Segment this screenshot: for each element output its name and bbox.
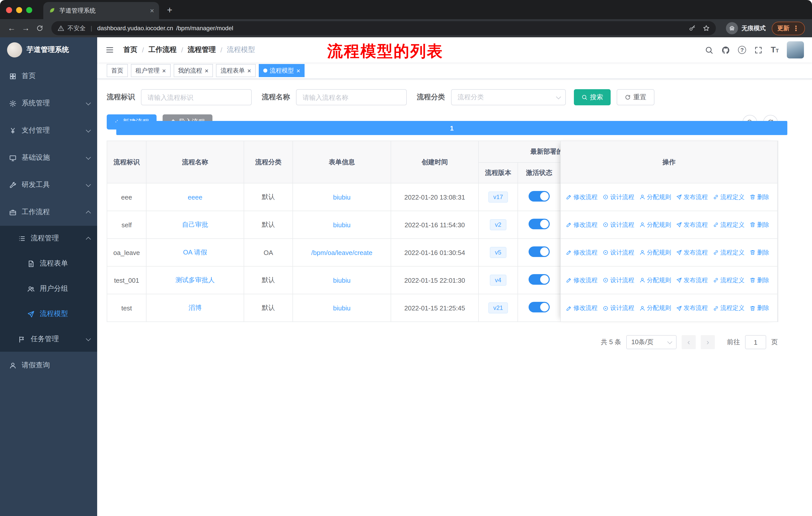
prev-page-button[interactable]: ‹ xyxy=(682,335,696,349)
zoom-window-button[interactable] xyxy=(26,7,32,13)
tag-my-process[interactable]: 我的流程× xyxy=(173,64,213,77)
assign-rule-action[interactable]: 分配规则 xyxy=(639,193,671,201)
browser-tab[interactable]: 芋道管理系统 × xyxy=(43,2,159,19)
form-link[interactable]: biubiu xyxy=(333,304,350,312)
form-link[interactable]: /bpm/oa/leave/create xyxy=(311,249,373,256)
bookmark-button[interactable] xyxy=(703,25,710,32)
page-number-button[interactable]: 1 xyxy=(116,121,787,135)
close-icon[interactable]: × xyxy=(296,67,300,74)
sidebar-item-leave-query[interactable]: 请假查询 xyxy=(0,352,97,379)
filter-category-select[interactable]: 流程分类 xyxy=(451,89,566,105)
goto-page-input[interactable] xyxy=(745,335,766,349)
close-icon[interactable]: × xyxy=(162,67,166,74)
version-tag[interactable]: v2 xyxy=(490,219,506,230)
model-name-link[interactable]: 测试多审批人 xyxy=(175,276,215,284)
sidebar-item-task-management[interactable]: 任务管理 xyxy=(0,327,97,352)
sidebar-item-workflow[interactable]: 工作流程 xyxy=(0,198,97,226)
sidebar-toggle-button[interactable] xyxy=(105,45,114,54)
filter-key-input[interactable] xyxy=(141,89,252,105)
update-button[interactable]: 更新 ⋮ xyxy=(772,21,805,35)
active-toggle[interactable] xyxy=(529,219,550,229)
sidebar-item-process-management[interactable]: 流程管理 xyxy=(0,226,97,251)
help-button[interactable]: ? xyxy=(738,46,746,54)
modify-action[interactable]: 修改流程 xyxy=(566,304,598,313)
breadcrumb-item[interactable]: 流程管理 xyxy=(188,45,216,54)
reset-button[interactable]: 重置 xyxy=(617,89,655,105)
next-page-button[interactable]: › xyxy=(701,335,715,349)
search-button[interactable]: 搜索 xyxy=(574,89,611,105)
back-button[interactable]: ← xyxy=(5,22,18,35)
design-action[interactable]: 设计流程 xyxy=(603,304,634,313)
active-toggle[interactable] xyxy=(529,302,550,313)
browser-menu-icon[interactable]: ⋮ xyxy=(792,24,800,32)
tag-process-form[interactable]: 流程表单× xyxy=(216,64,256,77)
tag-process-model[interactable]: 流程模型× xyxy=(259,64,305,77)
publish-action[interactable]: 发布流程 xyxy=(676,248,708,257)
model-name-link[interactable]: 滔博 xyxy=(188,304,202,311)
modify-action[interactable]: 修改流程 xyxy=(566,248,598,257)
publish-action[interactable]: 发布流程 xyxy=(676,304,708,313)
user-avatar[interactable] xyxy=(787,41,804,58)
breadcrumb-item[interactable]: 首页 xyxy=(123,45,138,54)
assign-rule-action[interactable]: 分配规则 xyxy=(639,304,671,313)
close-window-button[interactable] xyxy=(6,7,12,13)
sidebar-item-system[interactable]: 系统管理 xyxy=(0,90,97,117)
new-tab-button[interactable]: + xyxy=(163,3,176,17)
sidebar-item-payment[interactable]: 支付管理 xyxy=(0,117,97,144)
modify-action[interactable]: 修改流程 xyxy=(566,193,598,201)
design-action[interactable]: 设计流程 xyxy=(603,220,634,229)
forward-button[interactable]: → xyxy=(19,22,32,35)
active-toggle[interactable] xyxy=(529,274,550,285)
delete-action[interactable]: 删除 xyxy=(750,193,769,201)
header-search-button[interactable] xyxy=(705,46,713,54)
definition-action[interactable]: 流程定义 xyxy=(713,193,745,201)
form-link[interactable]: biubiu xyxy=(333,193,350,201)
page-size-select[interactable]: 10条/页 xyxy=(626,335,676,349)
sidebar-item-dev-tools[interactable]: 研发工具 xyxy=(0,171,97,198)
version-tag[interactable]: v4 xyxy=(490,274,506,286)
model-name-link[interactable]: 自己审批 xyxy=(182,221,208,228)
design-action[interactable]: 设计流程 xyxy=(603,276,634,284)
version-tag[interactable]: v21 xyxy=(488,302,508,314)
sidebar-item-infrastructure[interactable]: 基础设施 xyxy=(0,144,97,171)
breadcrumb-item[interactable]: 工作流程 xyxy=(148,45,177,54)
version-tag[interactable]: v5 xyxy=(490,247,506,258)
version-tag[interactable]: v17 xyxy=(488,191,508,203)
active-toggle[interactable] xyxy=(529,191,550,201)
sidebar-item-home[interactable]: 首页 xyxy=(0,62,97,90)
tab-close-icon[interactable]: × xyxy=(150,6,154,15)
delete-action[interactable]: 删除 xyxy=(750,220,769,229)
definition-action[interactable]: 流程定义 xyxy=(713,276,745,284)
minimize-window-button[interactable] xyxy=(16,7,22,13)
definition-action[interactable]: 流程定义 xyxy=(713,220,745,229)
publish-action[interactable]: 发布流程 xyxy=(676,193,708,201)
close-icon[interactable]: × xyxy=(247,67,251,74)
model-name-link[interactable]: OA 请假 xyxy=(183,248,207,256)
sidebar-item-process-model[interactable]: 流程模型 xyxy=(0,301,97,327)
design-action[interactable]: 设计流程 xyxy=(603,193,634,201)
fullscreen-button[interactable] xyxy=(754,46,763,54)
sidebar-item-user-group[interactable]: 用户分组 xyxy=(0,276,97,301)
filter-name-input[interactable] xyxy=(296,89,407,105)
delete-action[interactable]: 删除 xyxy=(750,248,769,257)
modify-action[interactable]: 修改流程 xyxy=(566,220,598,229)
active-toggle[interactable] xyxy=(529,246,550,257)
design-action[interactable]: 设计流程 xyxy=(603,248,634,257)
tag-home[interactable]: 首页 xyxy=(107,64,128,77)
close-icon[interactable]: × xyxy=(205,67,208,74)
assign-rule-action[interactable]: 分配规则 xyxy=(639,276,671,284)
sidebar-item-process-form[interactable]: 流程表单 xyxy=(0,251,97,276)
definition-action[interactable]: 流程定义 xyxy=(713,248,745,257)
delete-action[interactable]: 删除 xyxy=(750,304,769,313)
password-manager-button[interactable] xyxy=(689,25,696,32)
delete-action[interactable]: 删除 xyxy=(750,276,769,284)
publish-action[interactable]: 发布流程 xyxy=(676,276,708,284)
form-link[interactable]: biubiu xyxy=(333,221,350,228)
tag-tenant[interactable]: 租户管理× xyxy=(131,64,170,77)
model-name-link[interactable]: eeee xyxy=(188,193,202,201)
modify-action[interactable]: 修改流程 xyxy=(566,276,598,284)
definition-action[interactable]: 流程定义 xyxy=(713,304,745,313)
address-bar[interactable]: 不安全 | dashboard.yudao.iocoder.cn/bpm/man… xyxy=(51,21,716,35)
assign-rule-action[interactable]: 分配规则 xyxy=(639,248,671,257)
github-button[interactable] xyxy=(721,46,730,54)
